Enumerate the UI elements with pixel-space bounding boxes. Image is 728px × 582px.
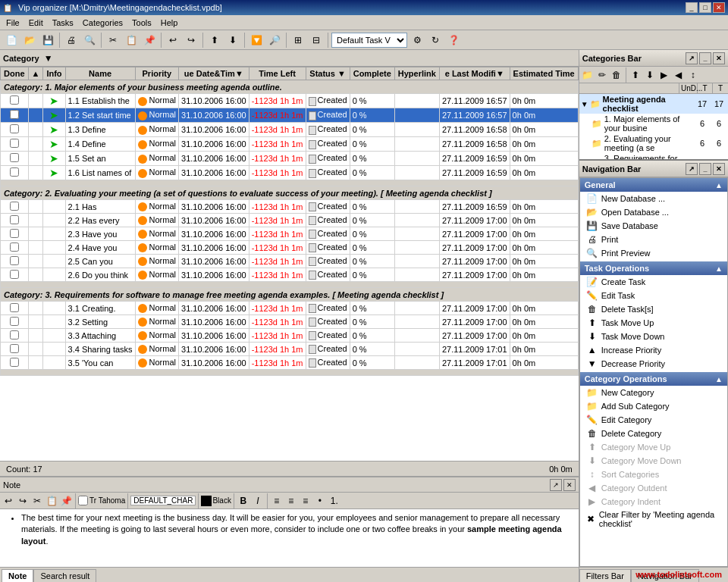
note-list-btn[interactable]: • [313, 494, 327, 508]
cat-root-item[interactable]: ▼ 📁 Meeting agenda checklist 17 17 [579, 94, 728, 114]
note-float-btn[interactable]: ↗ [550, 479, 562, 491]
task-row[interactable]: 2.6 Do you thinkNormal31.10.2006 16:00-1… [1, 268, 579, 282]
tab-filters-bar[interactable]: Filters Bar [579, 569, 631, 582]
menu-tasks[interactable]: Tasks [48, 17, 78, 29]
done-checkbox[interactable] [10, 153, 19, 162]
task-row[interactable]: 2.2 Has everyNormal31.10.2006 16:00-1123… [1, 214, 579, 227]
nav-clear-filter[interactable]: ✖ Clear Filter by 'Meeting agenda checkl… [580, 508, 727, 530]
col-header-estimated[interactable]: Estimated Time [510, 67, 578, 80]
col-header-complete[interactable]: Complete [350, 67, 394, 80]
maximize-button[interactable]: □ [699, 2, 711, 13]
note-paste-btn[interactable]: 📌 [59, 494, 73, 508]
note-undo-btn[interactable]: ↩ [2, 494, 15, 508]
cat-bar-float-btn[interactable]: ↗ [686, 52, 698, 64]
nav-create-task[interactable]: 📝 Create Task [580, 275, 727, 289]
task-row[interactable]: 2.4 Have youNormal31.10.2006 16:00-1123d… [1, 241, 579, 255]
task-row[interactable]: 2.1 HasNormal31.10.2006 16:00-1123d 1h 1… [1, 200, 579, 214]
col-header-sort[interactable]: ▲ [28, 67, 43, 80]
cat-outdent-btn[interactable]: ◀ [672, 68, 686, 82]
collapse-btn[interactable]: ⊟ [308, 32, 325, 48]
nav-increase-priority[interactable]: ▲ Increase Priority [580, 343, 727, 357]
done-checkbox[interactable] [10, 139, 19, 148]
nav-section-general-header[interactable]: General ▲ [580, 178, 727, 192]
note-bold-btn[interactable]: B [237, 494, 250, 508]
nav-min-btn[interactable]: _ [699, 163, 711, 175]
col-header-hyperlink[interactable]: Hyperlink [394, 67, 439, 80]
expand-btn[interactable]: ⊞ [290, 32, 306, 48]
note-align-left[interactable]: ≡ [270, 494, 284, 508]
tab-note[interactable]: Note [2, 569, 33, 582]
paste-btn[interactable]: 📌 [141, 32, 158, 48]
nav-delete-task[interactable]: 🗑 Delete Task[s] [580, 302, 727, 316]
note-content[interactable]: The best time for your next meeting is t… [0, 509, 579, 567]
cat-delete-btn[interactable]: 🗑 [610, 68, 623, 82]
menu-help[interactable]: Help [156, 17, 183, 29]
manage-views-btn[interactable]: ⚙ [409, 32, 425, 48]
task-row[interactable]: 3.4 Sharing tasksNormal31.10.2006 16:00-… [1, 343, 579, 356]
col-header-name[interactable]: Name [65, 67, 135, 80]
nav-section-tasks-header[interactable]: Task Operations ▲ [580, 261, 727, 275]
cat-child3-item[interactable]: 📁 3. Requirements for software to m 5 5 [579, 153, 728, 159]
help-btn[interactable]: ❓ [445, 32, 462, 48]
task-row[interactable]: ➤1.6 List names ofNormal31.10.2006 16:00… [1, 166, 579, 180]
task-row[interactable]: 2.5 Can youNormal31.10.2006 16:00-1123d … [1, 255, 579, 268]
menu-tools[interactable]: Tools [127, 17, 156, 29]
task-row[interactable]: 3.3 AttachingNormal31.10.2006 16:00-1123… [1, 329, 579, 343]
menu-edit[interactable]: Edit [24, 17, 48, 29]
task-row[interactable]: 3.2 SettingNormal31.10.2006 16:00-1123d … [1, 315, 579, 329]
done-checkbox[interactable] [10, 242, 19, 252]
cut-btn[interactable]: ✂ [105, 32, 121, 48]
nav-float-btn[interactable]: ↗ [686, 163, 698, 175]
nav-save-database[interactable]: 💾 Save Database [580, 219, 727, 233]
done-checkbox[interactable] [10, 358, 19, 367]
note-cut-btn[interactable]: ✂ [30, 494, 44, 508]
note-align-right[interactable]: ≡ [299, 494, 312, 508]
note-copy-btn[interactable]: 📋 [45, 494, 58, 508]
done-checkbox[interactable] [10, 124, 19, 133]
done-checkbox[interactable] [10, 229, 19, 238]
task-row[interactable]: 3.1 Creating.Normal31.10.2006 16:00-1123… [1, 302, 579, 315]
bold-checkbox[interactable] [78, 496, 88, 505]
task-row[interactable]: 3.5 'You canNormal31.10.2006 16:00-1123d… [1, 356, 579, 370]
down-btn[interactable]: ⬇ [224, 32, 241, 48]
print-btn[interactable]: 🖨 [63, 32, 80, 48]
task-view-dropdown[interactable]: Default Task V [331, 33, 407, 48]
category-dropdown-btn[interactable]: ▼ [42, 52, 55, 64]
new-btn[interactable]: 📄 [3, 32, 20, 48]
menu-file[interactable]: File [2, 17, 24, 29]
save-btn[interactable]: 💾 [39, 32, 56, 48]
col-header-due[interactable]: ue Date&Tim▼ [179, 67, 249, 80]
nav-close-btn[interactable]: ✕ [713, 163, 725, 175]
refresh-btn[interactable]: ↻ [427, 32, 444, 48]
task-row[interactable]: ➤1.2 Set start timeNormal31.10.2006 16:0… [1, 108, 579, 123]
task-row[interactable]: ➤1.1 Establish theNormal31.10.2006 16:00… [1, 94, 579, 108]
nav-print-preview[interactable]: 🔍 Print Preview [580, 246, 727, 260]
col-header-status[interactable]: Status ▼ [306, 67, 350, 80]
done-checkbox[interactable] [10, 95, 19, 105]
menu-categories[interactable]: Categories [78, 17, 127, 29]
note-numbered-btn[interactable]: 1. [328, 494, 341, 508]
done-checkbox[interactable] [10, 303, 19, 312]
task-row[interactable]: 2.3 Have youNormal31.10.2006 16:00-1123d… [1, 227, 579, 241]
task-row[interactable]: ➤1.3 DefineNormal31.10.2006 16:00-1123d … [1, 123, 579, 137]
redo-btn[interactable]: ↪ [183, 32, 199, 48]
cat-bar-min-btn[interactable]: _ [699, 52, 711, 64]
done-checkbox[interactable] [10, 317, 19, 326]
nav-decrease-priority[interactable]: ▼ Decrease Priority [580, 357, 727, 371]
note-align-center[interactable]: ≡ [284, 494, 298, 508]
nav-print[interactable]: 🖨 Print [580, 233, 727, 246]
col-header-timeleft[interactable]: Time Left [249, 67, 306, 80]
up-btn[interactable]: ⬆ [206, 32, 223, 48]
nav-delete-category[interactable]: 🗑 Delete Category [580, 427, 727, 440]
nav-new-database[interactable]: 📄 New Database ... [580, 192, 727, 205]
note-redo-btn[interactable]: ↪ [16, 494, 30, 508]
preview-btn[interactable]: 🔍 [81, 32, 98, 48]
undo-btn[interactable]: ↩ [165, 32, 181, 48]
col-header-modified[interactable]: e Last Modifi▼ [439, 67, 510, 80]
done-checkbox[interactable] [10, 215, 19, 224]
copy-btn[interactable]: 📋 [123, 32, 140, 48]
nav-task-move-up[interactable]: ⬆ Task Move Up [580, 316, 727, 330]
col-header-info[interactable]: Info [43, 67, 65, 80]
color-swatch[interactable] [201, 496, 212, 506]
done-checkbox[interactable] [10, 344, 19, 353]
